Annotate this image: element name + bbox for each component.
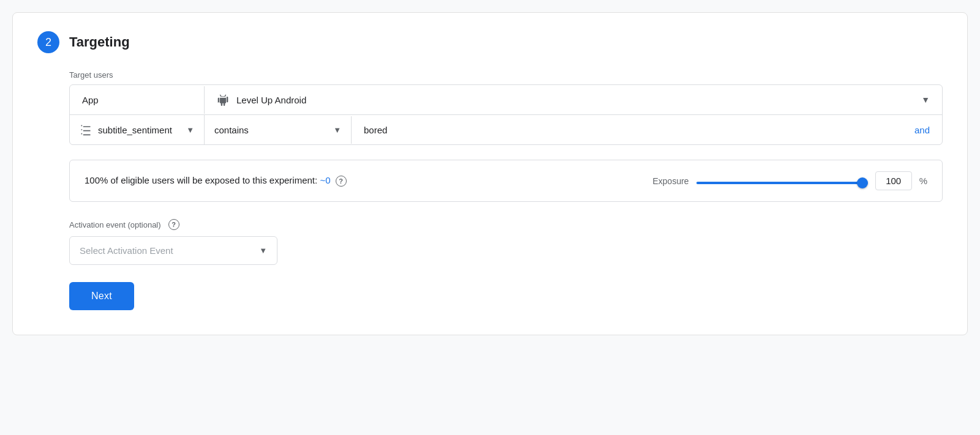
operator-select[interactable]: contains ▼	[205, 116, 352, 144]
help-icon[interactable]: ?	[336, 176, 347, 187]
operator-chevron: ▼	[333, 125, 341, 135]
app-select[interactable]: Level Up Android ▼	[205, 85, 942, 114]
operator-value: contains	[214, 125, 249, 135]
exposure-prefix: 100% of eligible users will be exposed t…	[85, 175, 317, 185]
activation-help-icon[interactable]: ?	[168, 219, 179, 230]
target-users-box: App Level Up Android ▼	[69, 84, 943, 145]
section-header: 2 Targeting	[37, 31, 943, 53]
activation-chevron-icon: ▼	[259, 246, 267, 255]
next-button[interactable]: Next	[69, 282, 134, 310]
android-icon	[217, 94, 229, 106]
page-container: 2 Targeting Target users App Level Up An…	[12, 12, 968, 335]
activation-label-row: Activation event (optional) ?	[69, 219, 943, 230]
section-title: Targeting	[69, 34, 130, 50]
filter-row: subtitle_sentiment ▼ contains ▼ bored an…	[70, 115, 942, 144]
step-badge: 2	[37, 31, 59, 53]
exposure-label: Exposure	[653, 176, 689, 186]
slider-container	[696, 176, 868, 187]
activation-event-select[interactable]: Select Activation Event ▼	[69, 236, 277, 265]
and-link[interactable]: and	[914, 125, 930, 135]
filter-attribute-chevron: ▼	[186, 125, 194, 135]
app-label: App	[70, 86, 205, 114]
exposure-box: 100% of eligible users will be exposed t…	[69, 160, 943, 202]
percent-label: %	[919, 176, 927, 186]
app-value: Level Up Android	[236, 95, 306, 105]
app-row: App Level Up Android ▼	[70, 85, 942, 115]
exposure-value-box: 100	[875, 171, 912, 190]
filter-attribute-select[interactable]: subtitle_sentiment ▼	[98, 125, 194, 135]
target-users-label: Target users	[69, 70, 943, 80]
filter-attribute-value: subtitle_sentiment	[98, 125, 172, 135]
content-area: Target users App Level Up Android ▼	[69, 70, 943, 310]
exposure-controls: Exposure 100 %	[653, 171, 928, 190]
filter-value: bored	[364, 125, 387, 135]
exposure-description: 100% of eligible users will be exposed t…	[85, 175, 641, 187]
value-cell: bored and	[352, 116, 942, 144]
app-select-content: Level Up Android	[217, 94, 306, 106]
activation-event-placeholder: Select Activation Event	[80, 245, 173, 256]
chevron-down-icon: ▼	[921, 95, 930, 105]
exposure-slider[interactable]	[696, 182, 868, 184]
activation-event-label: Activation event (optional)	[69, 220, 161, 229]
filter-type-icon	[80, 124, 92, 136]
filter-type-cell: subtitle_sentiment ▼	[70, 115, 205, 144]
exposure-approx: ~0	[320, 175, 330, 185]
